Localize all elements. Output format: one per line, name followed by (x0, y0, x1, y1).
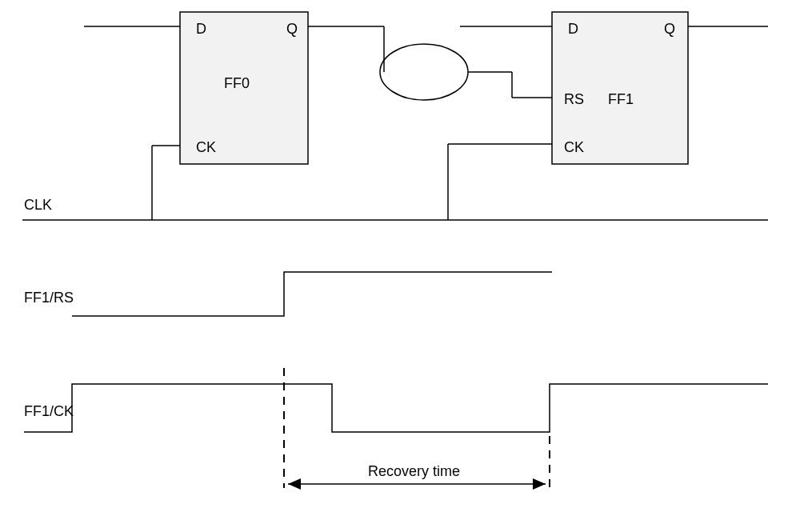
svg-marker-19 (288, 478, 301, 490)
logic-cloud (380, 44, 468, 100)
recovery-time-annotation: Recovery time (284, 368, 550, 490)
flipflop-ff0: D Q FF0 CK (180, 12, 308, 164)
ff1-rs-label: RS (564, 91, 584, 107)
svg-point-2 (380, 44, 468, 100)
svg-marker-20 (533, 478, 546, 490)
ff0-d-label: D (196, 21, 206, 37)
ff1-q-label: Q (664, 21, 675, 37)
waveform-ff1-ck (24, 384, 768, 432)
recovery-time-label: Recovery time (368, 463, 460, 479)
ff0-ck-label: CK (196, 139, 216, 155)
flipflop-ff1: D Q RS FF1 CK (552, 12, 688, 164)
ff0-q-label: Q (286, 21, 298, 37)
clk-label: CLK (24, 197, 52, 213)
ff1-ck-label: FF1/CK (24, 403, 74, 419)
ff0-name-label: FF0 (224, 75, 250, 91)
waveform-ff1-rs (72, 272, 552, 316)
ff1-ck-label: CK (564, 139, 584, 155)
ff1-name-label: FF1 (608, 91, 634, 107)
ff1-d-label: D (568, 21, 578, 37)
ff1-rs-label: FF1/RS (24, 290, 74, 306)
